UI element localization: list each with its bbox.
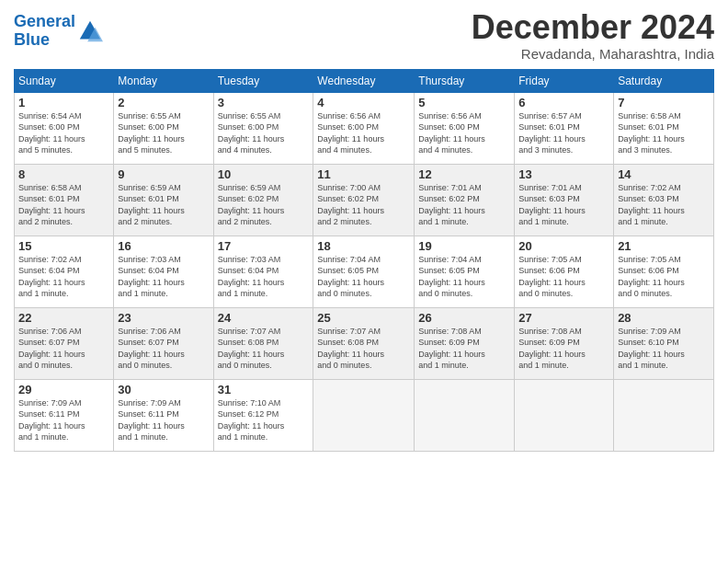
table-row: 7Sunrise: 6:58 AM Sunset: 6:01 PM Daylig… bbox=[614, 92, 714, 164]
day-number: 11 bbox=[317, 167, 410, 181]
table-row: 24Sunrise: 7:07 AM Sunset: 6:08 PM Dayli… bbox=[213, 307, 313, 379]
page: GeneralBlue December 2024 Revadanda, Mah… bbox=[0, 0, 728, 563]
table-row: 10Sunrise: 6:59 AM Sunset: 6:02 PM Dayli… bbox=[213, 164, 313, 236]
table-row: 19Sunrise: 7:04 AM Sunset: 6:05 PM Dayli… bbox=[415, 236, 515, 307]
table-row: 18Sunrise: 7:04 AM Sunset: 6:05 PM Dayli… bbox=[313, 236, 415, 307]
table-row: 21Sunrise: 7:05 AM Sunset: 6:06 PM Dayli… bbox=[614, 236, 714, 307]
table-row bbox=[313, 379, 415, 451]
table-row: 9Sunrise: 6:59 AM Sunset: 6:01 PM Daylig… bbox=[114, 164, 213, 236]
day-number: 29 bbox=[18, 383, 109, 396]
logo-icon bbox=[77, 18, 103, 44]
header: GeneralBlue December 2024 Revadanda, Mah… bbox=[14, 9, 714, 62]
col-sunday: Sunday bbox=[15, 69, 114, 92]
day-info: Sunrise: 6:57 AM Sunset: 6:01 PM Dayligh… bbox=[518, 110, 609, 156]
day-number: 9 bbox=[118, 167, 209, 181]
table-row: 22Sunrise: 7:06 AM Sunset: 6:07 PM Dayli… bbox=[15, 307, 114, 379]
table-row: 6Sunrise: 6:57 AM Sunset: 6:01 PM Daylig… bbox=[515, 92, 614, 164]
col-tuesday: Tuesday bbox=[213, 69, 313, 92]
table-row: 11Sunrise: 7:00 AM Sunset: 6:02 PM Dayli… bbox=[313, 164, 415, 236]
day-number: 3 bbox=[218, 96, 310, 109]
day-number: 4 bbox=[317, 96, 410, 109]
day-number: 1 bbox=[18, 96, 109, 109]
day-info: Sunrise: 6:56 AM Sunset: 6:00 PM Dayligh… bbox=[418, 110, 510, 156]
table-row bbox=[515, 379, 614, 451]
calendar-table: Sunday Monday Tuesday Wednesday Thursday… bbox=[14, 69, 714, 452]
day-number: 13 bbox=[518, 167, 609, 181]
col-thursday: Thursday bbox=[415, 69, 515, 92]
day-info: Sunrise: 7:07 AM Sunset: 6:08 PM Dayligh… bbox=[317, 326, 410, 372]
day-number: 7 bbox=[618, 96, 710, 109]
table-row: 30Sunrise: 7:09 AM Sunset: 6:11 PM Dayli… bbox=[114, 379, 213, 451]
day-info: Sunrise: 7:08 AM Sunset: 6:09 PM Dayligh… bbox=[518, 326, 609, 372]
day-number: 27 bbox=[518, 311, 609, 325]
day-info: Sunrise: 7:09 AM Sunset: 6:11 PM Dayligh… bbox=[18, 397, 109, 443]
day-info: Sunrise: 6:59 AM Sunset: 6:02 PM Dayligh… bbox=[218, 182, 310, 228]
table-row bbox=[614, 379, 714, 451]
table-row: 3Sunrise: 6:55 AM Sunset: 6:00 PM Daylig… bbox=[213, 92, 313, 164]
day-info: Sunrise: 7:04 AM Sunset: 6:05 PM Dayligh… bbox=[317, 254, 410, 300]
day-info: Sunrise: 7:03 AM Sunset: 6:04 PM Dayligh… bbox=[118, 254, 209, 300]
day-info: Sunrise: 7:06 AM Sunset: 6:07 PM Dayligh… bbox=[118, 326, 209, 372]
day-number: 5 bbox=[418, 96, 510, 109]
day-info: Sunrise: 7:10 AM Sunset: 6:12 PM Dayligh… bbox=[218, 397, 310, 443]
day-number: 20 bbox=[518, 239, 609, 253]
col-saturday: Saturday bbox=[614, 69, 714, 92]
day-info: Sunrise: 6:58 AM Sunset: 6:01 PM Dayligh… bbox=[18, 182, 109, 228]
month-title: December 2024 bbox=[472, 9, 714, 46]
day-number: 23 bbox=[118, 311, 209, 325]
day-number: 16 bbox=[118, 239, 209, 253]
day-info: Sunrise: 6:55 AM Sunset: 6:00 PM Dayligh… bbox=[218, 110, 310, 156]
table-row: 1Sunrise: 6:54 AM Sunset: 6:00 PM Daylig… bbox=[15, 92, 114, 164]
day-number: 18 bbox=[317, 239, 410, 253]
day-info: Sunrise: 7:07 AM Sunset: 6:08 PM Dayligh… bbox=[218, 326, 310, 372]
table-row bbox=[415, 379, 515, 451]
calendar-week-row: 22Sunrise: 7:06 AM Sunset: 6:07 PM Dayli… bbox=[15, 307, 714, 379]
day-info: Sunrise: 7:09 AM Sunset: 6:11 PM Dayligh… bbox=[118, 397, 209, 443]
table-row: 31Sunrise: 7:10 AM Sunset: 6:12 PM Dayli… bbox=[213, 379, 313, 451]
day-number: 12 bbox=[418, 167, 510, 181]
calendar-header-row: Sunday Monday Tuesday Wednesday Thursday… bbox=[15, 69, 714, 92]
day-info: Sunrise: 7:00 AM Sunset: 6:02 PM Dayligh… bbox=[317, 182, 410, 228]
table-row: 12Sunrise: 7:01 AM Sunset: 6:02 PM Dayli… bbox=[415, 164, 515, 236]
col-monday: Monday bbox=[114, 69, 213, 92]
table-row: 25Sunrise: 7:07 AM Sunset: 6:08 PM Dayli… bbox=[313, 307, 415, 379]
day-number: 14 bbox=[618, 167, 710, 181]
day-number: 30 bbox=[118, 383, 209, 396]
table-row: 14Sunrise: 7:02 AM Sunset: 6:03 PM Dayli… bbox=[614, 164, 714, 236]
day-info: Sunrise: 7:01 AM Sunset: 6:02 PM Dayligh… bbox=[418, 182, 510, 228]
table-row: 13Sunrise: 7:01 AM Sunset: 6:03 PM Dayli… bbox=[515, 164, 614, 236]
day-number: 28 bbox=[618, 311, 710, 325]
table-row: 27Sunrise: 7:08 AM Sunset: 6:09 PM Dayli… bbox=[515, 307, 614, 379]
day-number: 31 bbox=[218, 383, 310, 396]
day-number: 15 bbox=[18, 239, 109, 253]
table-row: 4Sunrise: 6:56 AM Sunset: 6:00 PM Daylig… bbox=[313, 92, 415, 164]
calendar-week-row: 8Sunrise: 6:58 AM Sunset: 6:01 PM Daylig… bbox=[15, 164, 714, 236]
day-info: Sunrise: 6:58 AM Sunset: 6:01 PM Dayligh… bbox=[618, 110, 710, 156]
day-number: 19 bbox=[418, 239, 510, 253]
day-info: Sunrise: 6:54 AM Sunset: 6:00 PM Dayligh… bbox=[18, 110, 109, 156]
day-info: Sunrise: 7:08 AM Sunset: 6:09 PM Dayligh… bbox=[418, 326, 510, 372]
day-info: Sunrise: 7:09 AM Sunset: 6:10 PM Dayligh… bbox=[618, 326, 710, 372]
col-friday: Friday bbox=[515, 69, 614, 92]
day-number: 24 bbox=[218, 311, 310, 325]
title-area: December 2024 Revadanda, Maharashtra, In… bbox=[472, 9, 714, 62]
day-number: 25 bbox=[317, 311, 410, 325]
day-info: Sunrise: 7:03 AM Sunset: 6:04 PM Dayligh… bbox=[218, 254, 310, 300]
day-info: Sunrise: 7:04 AM Sunset: 6:05 PM Dayligh… bbox=[418, 254, 510, 300]
day-number: 22 bbox=[18, 311, 109, 325]
table-row: 17Sunrise: 7:03 AM Sunset: 6:04 PM Dayli… bbox=[213, 236, 313, 307]
table-row: 15Sunrise: 7:02 AM Sunset: 6:04 PM Dayli… bbox=[15, 236, 114, 307]
table-row: 2Sunrise: 6:55 AM Sunset: 6:00 PM Daylig… bbox=[114, 92, 213, 164]
day-number: 17 bbox=[218, 239, 310, 253]
day-number: 8 bbox=[18, 167, 109, 181]
table-row: 16Sunrise: 7:03 AM Sunset: 6:04 PM Dayli… bbox=[114, 236, 213, 307]
day-info: Sunrise: 6:55 AM Sunset: 6:00 PM Dayligh… bbox=[118, 110, 209, 156]
calendar-week-row: 29Sunrise: 7:09 AM Sunset: 6:11 PM Dayli… bbox=[15, 379, 714, 451]
table-row: 29Sunrise: 7:09 AM Sunset: 6:11 PM Dayli… bbox=[15, 379, 114, 451]
day-number: 10 bbox=[218, 167, 310, 181]
table-row: 26Sunrise: 7:08 AM Sunset: 6:09 PM Dayli… bbox=[415, 307, 515, 379]
table-row: 8Sunrise: 6:58 AM Sunset: 6:01 PM Daylig… bbox=[15, 164, 114, 236]
col-wednesday: Wednesday bbox=[313, 69, 415, 92]
table-row: 20Sunrise: 7:05 AM Sunset: 6:06 PM Dayli… bbox=[515, 236, 614, 307]
logo-text: GeneralBlue bbox=[14, 13, 75, 50]
